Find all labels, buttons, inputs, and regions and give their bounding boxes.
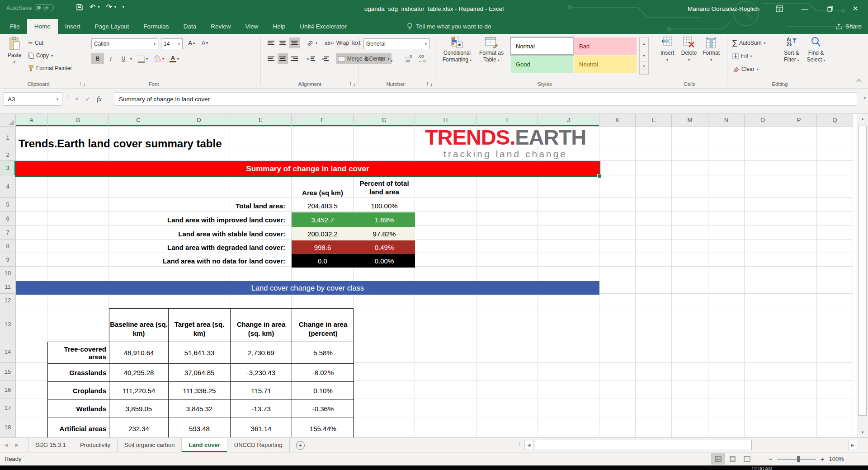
number-format-select[interactable]: General▾ [363,38,429,49]
hscroll-right-icon[interactable]: ▶ [848,440,857,450]
insert-function-icon[interactable]: fx [97,95,102,103]
bold-button[interactable]: B [91,53,104,64]
cell-style-normal[interactable]: Normal [511,38,573,55]
borders-icon[interactable] [137,55,145,63]
tab-file[interactable]: File [3,19,27,34]
comma-style-button[interactable]: , [389,53,395,64]
decrease-font-size-button[interactable]: A▼ [200,38,211,48]
decrease-indent-button[interactable]: ⇤ [305,53,317,64]
hscroll-left-icon[interactable]: ◀ [524,440,533,450]
column-header-E[interactable]: E [230,114,292,127]
font-family-select[interactable]: Calibri▾ [91,38,158,49]
table-cell[interactable]: 111,336.25 [169,382,231,400]
column-header-A[interactable]: A [16,114,47,127]
summary-row-label[interactable]: Land area with degraded land cover: [47,240,289,254]
restore-button[interactable] [817,0,843,17]
scroll-up-icon[interactable]: ▲ [857,114,868,124]
cut-button[interactable]: ✂Cut [28,38,43,48]
class-table-header[interactable]: Baseline area (sq. km) [109,309,169,342]
tab-formulas[interactable]: Formulas [136,19,176,34]
row-header-17[interactable]: 17 [0,399,16,417]
table-cell[interactable]: -3,230.43 [231,364,292,382]
number-dialog-launcher[interactable] [427,81,432,86]
column-header-B[interactable]: B [47,114,109,127]
sheet-tab-sdg-1531[interactable]: SDG 15.3.1 [28,438,73,452]
underline-button[interactable]: U [118,53,129,64]
font-dialog-launcher[interactable] [252,81,257,86]
class-table-header[interactable]: Target area (sq. km) [169,309,231,342]
alignment-dialog-launcher[interactable] [350,81,355,86]
row-header-18[interactable]: 18 [0,417,16,437]
format-cells-button[interactable]: Format▾ [701,37,722,76]
font-color-dropdown[interactable]: ▾ [177,57,179,61]
tab-page-layout[interactable]: Page Layout [88,19,137,34]
user-name[interactable]: Mariano Gonzalez-Roglich [688,0,760,17]
paste-button[interactable]: Paste ▾ [4,37,25,76]
vertical-scrollbar[interactable]: ▲ ▼ [857,114,868,437]
table-cell[interactable]: 155.44% [292,418,354,437]
table-cell[interactable]: 3,859.05 [109,400,169,418]
row-header-13[interactable]: 13 [0,307,16,341]
minimize-button[interactable]: — [792,0,817,17]
table-cell[interactable]: 232.34 [109,418,169,437]
gallery-down-icon[interactable]: ▼ [640,50,648,62]
summary-row-label[interactable]: Total land area: [47,199,289,212]
column-header-M[interactable]: M [672,114,708,127]
select-all-corner[interactable] [0,114,16,127]
close-button[interactable]: ✕ [843,0,868,17]
column-header-J[interactable]: J [538,114,599,127]
class-table-header[interactable]: Change in area (percent) [292,309,354,342]
row-header-3[interactable]: 3 [0,161,16,175]
clear-button[interactable]: Clear▾ [732,64,759,74]
sort-filter-button[interactable]: AZ Sort &Filter ▾ [780,37,803,76]
tabs-scroll-right-icon[interactable]: ▶ [15,442,19,447]
column-header-L[interactable]: L [636,114,672,127]
summary-banner-cell[interactable]: Summary of change in land cover [16,162,599,176]
class-banner-cell[interactable]: Land cover change by cover class [16,281,599,295]
collapse-ribbon-icon[interactable] [856,79,861,84]
gallery-more-icon[interactable]: ▼— [640,62,648,74]
zoom-level[interactable]: 100% [829,456,844,462]
area-header-cell[interactable]: Area (sq km) [292,176,354,199]
column-header-F[interactable]: F [292,114,354,127]
class-table-header[interactable]: Change in area (sq. km) [231,309,292,342]
zoom-out-icon[interactable]: − [769,455,773,463]
table-cell[interactable]: 3,845.32 [169,400,231,418]
find-select-button[interactable]: Find &Select ▾ [805,37,827,76]
sheet-tab-productivity[interactable]: Productivity [73,438,118,452]
summary-row-values-stable[interactable]: 200,032.297.82% [292,227,415,240]
new-sheet-icon[interactable]: + [296,441,305,450]
cell-style-bad[interactable]: Bad [574,38,637,55]
table-cell[interactable]: 51,641.33 [169,342,231,364]
class-table-body[interactable]: Tree-covered areas 48,910.64 51,641.33 2… [47,342,354,437]
font-color-button[interactable]: A [170,56,176,62]
column-header-G[interactable]: G [354,114,415,127]
share-button[interactable]: Share [835,19,862,34]
row-header-4[interactable]: 4 [0,175,16,198]
row-header-1[interactable]: 1 [0,127,16,149]
class-row-label[interactable]: Tree-covered areas [48,342,109,364]
row-header-8[interactable]: 8 [0,240,16,253]
tab-review[interactable]: Review [203,19,238,34]
table-cell[interactable]: 593.48 [169,418,231,437]
sheet-tab-land-cover[interactable]: Land cover [182,438,227,452]
gallery-up-icon[interactable]: ▲ [640,38,648,50]
table-cell[interactable]: -13.73 [231,400,292,418]
align-middle-button[interactable] [278,38,288,48]
column-header-C[interactable]: C [109,114,168,127]
column-header-K[interactable]: K [599,114,636,127]
column-header-D[interactable]: D [168,114,230,127]
clipboard-dialog-launcher[interactable] [80,81,85,86]
tab-home[interactable]: Home [27,19,58,34]
font-size-select[interactable]: 14▾ [161,38,183,49]
fill-button[interactable]: Fill▾ [732,51,752,61]
horizontal-scroll-thumb[interactable] [535,440,752,450]
sheet-tab-unccd-reporting[interactable]: UNCCD Reporting [227,438,290,452]
tell-me-box[interactable]: Tell me what you want to do [407,19,491,34]
summary-row-label[interactable]: Land area with improved land cover: [47,212,289,227]
column-header-I[interactable]: I [476,114,538,127]
summary-row-values-nodata[interactable]: 0.00.00% [292,254,415,268]
borders-dropdown[interactable]: ▾ [146,57,148,61]
italic-button[interactable]: I [105,53,117,64]
format-painter-button[interactable]: Format Painter [28,63,72,73]
